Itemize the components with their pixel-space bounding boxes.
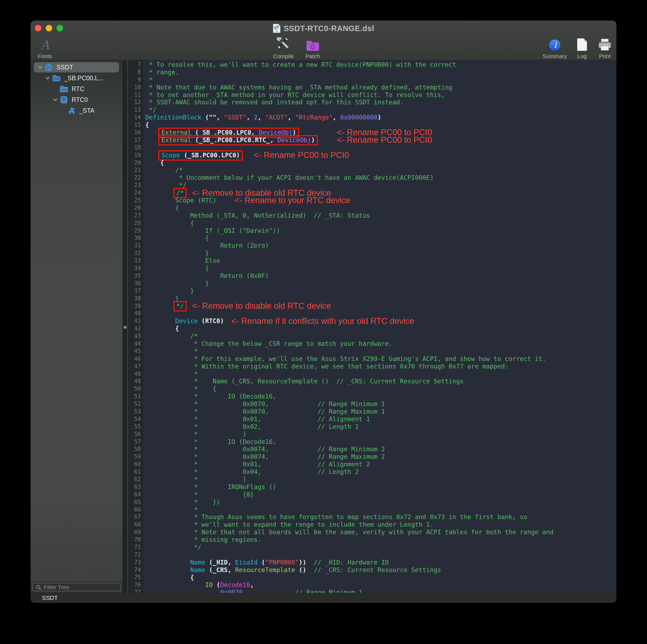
code-line: 26 {: [128, 205, 617, 212]
code-text: Name (_HID, EisaId ("PNP0B00")) // _HID:…: [145, 559, 389, 566]
line-number: 65: [128, 498, 141, 506]
drive-icon: [60, 96, 68, 104]
code-line: 53 * 0x0070, // Range Maximum 1: [128, 408, 617, 415]
filter-bar: [30, 581, 123, 593]
code-text: *: [145, 371, 198, 378]
code-text: *: [145, 506, 198, 514]
code-text: * 0x0074, // Range Maximum 2: [145, 453, 385, 461]
code-text: * Change the below _CSR range to match y…: [145, 340, 392, 348]
line-number: 35: [128, 272, 141, 280]
code-text: * {8}: [145, 491, 254, 498]
code-line: 63 * IRQNoFlags (): [128, 483, 617, 491]
line-number: 22: [128, 174, 141, 182]
sidebar-item-sbpc00l[interactable]: _SB.PC00.L...: [30, 73, 123, 84]
sidebar-item-sta[interactable]: _STA: [30, 105, 123, 116]
print-button[interactable]: Print: [595, 37, 614, 60]
code-line: 70 * missing regions.: [128, 536, 617, 544]
code-text: * ): [145, 476, 246, 483]
line-number: 71: [128, 544, 141, 551]
line-number: 11: [128, 91, 141, 99]
sidebar-item-rtc[interactable]: RTC: [30, 84, 123, 94]
summary-icon: i: [549, 37, 561, 51]
compile-button[interactable]: Compile: [271, 37, 296, 60]
code-line: 72: [128, 551, 617, 559]
svg-text:DSL: DSL: [275, 30, 279, 32]
line-number: 31: [128, 242, 141, 250]
annotation: <- Rename if it conflicts with your old …: [231, 317, 414, 325]
line-number: 29: [128, 227, 141, 235]
code-line: 27 Method (_STA, 0, NotSerialized) // _S…: [128, 212, 617, 220]
fonts-button[interactable]: A Fonts: [35, 37, 54, 60]
code-text: * Though Asus seems to have forgotten to…: [145, 513, 527, 521]
line-number: 17: [128, 137, 141, 144]
code-line: 69 * Note that not all boards will be th…: [128, 529, 617, 536]
code-line: 77 0x0070, // Range Minimum 1: [128, 589, 617, 593]
line-number: 44: [128, 340, 141, 348]
summary-button[interactable]: i Summary: [542, 37, 568, 60]
code-line: 20 {: [128, 159, 617, 167]
code-text: }: [145, 250, 209, 257]
line-number: 21: [128, 167, 141, 174]
line-number: 25: [128, 197, 141, 205]
code-line: 10 * Note that due to AWAC systems havin…: [128, 84, 617, 91]
code-text: /*: [145, 167, 183, 174]
annotation: <- Rename PC00 to PCI0: [337, 136, 432, 144]
line-number: 70: [128, 536, 141, 544]
log-button[interactable]: Log: [574, 37, 590, 60]
code-line: 24 /*<- Remove to disable old RTC device: [128, 189, 617, 197]
line-number: 66: [128, 506, 141, 514]
patch-button[interactable]: Patch: [300, 37, 325, 60]
line-number: 52: [128, 400, 141, 408]
code-line: 75 {: [128, 574, 617, 581]
code-text: Scope (RTC): [145, 197, 216, 205]
code-text: /*: [145, 189, 187, 197]
filter-tree-input[interactable]: [33, 583, 120, 591]
annotation: <- Remove to disable old RTC device: [192, 302, 331, 310]
code-line: 9 *: [128, 76, 617, 84]
code-line: 74 Name (_CRS, ResourceTemplate () // _C…: [128, 566, 617, 574]
code-area[interactable]: 7 * To resolve this, we'll want to creat…: [128, 60, 617, 593]
code-line: 8 * range.: [128, 69, 617, 76]
code-line: 39 */<- Remove to disable old RTC device: [128, 303, 617, 310]
line-number: 8: [128, 69, 141, 76]
sidebar-item-ssdt[interactable]: SSDT: [30, 62, 123, 73]
code-text: */: [145, 106, 157, 114]
code-text: Return (0x0F): [145, 272, 269, 280]
code-line: 54 * 0x01, // Alignment 1: [128, 415, 617, 423]
filter-tree-field[interactable]: [32, 583, 121, 591]
code-text: * For this example, we'll use the Asus S…: [145, 355, 546, 363]
line-number: 77: [128, 589, 141, 593]
code-line: 66 *: [128, 506, 617, 514]
code-text: */: [145, 303, 187, 310]
sidebar-resize-handle[interactable]: [123, 60, 128, 593]
code-text: * ): [145, 431, 246, 438]
code-line: 65 * }): [128, 498, 617, 506]
code-text: }: [145, 280, 209, 288]
compile-icon: [276, 37, 291, 51]
chevron-down-icon[interactable]: [52, 97, 58, 103]
line-number: 36: [128, 280, 141, 288]
line-number: 18: [128, 144, 141, 152]
sidebar-item-rtc0[interactable]: RTC0: [30, 94, 123, 105]
code-text: Name (_CRS, ResourceTemplate () // _CRS:…: [145, 566, 441, 574]
code-text: {: [145, 122, 149, 129]
code-text: * Name (_CRS, ResourceTemplate () // _CR…: [145, 378, 463, 385]
code-text: * Note that not all boards will be the s…: [145, 529, 554, 536]
line-number: 27: [128, 212, 141, 220]
code-text: Return (Zero): [145, 242, 269, 250]
line-number: 42: [128, 325, 141, 333]
line-number: 69: [128, 529, 141, 536]
line-number: 23: [128, 182, 141, 189]
tree-item-label: _STA: [79, 107, 94, 114]
tree-item-label: RTC: [72, 85, 84, 93]
code-line: 51 * IO (Decode16,: [128, 393, 617, 400]
code-text: * }): [145, 498, 220, 506]
code-text: External (_SB_.PC00.LPC0.RTC_, DeviceObj…: [145, 137, 318, 144]
window-title: DSL SSDT-RTC0-RANGE.dsl: [30, 24, 617, 33]
main-area: SSDT_SB.PC00.L...RTCRTC0_STA 7 * To reso…: [30, 60, 617, 593]
line-number: 56: [128, 431, 141, 438]
annotation: <- Rename to your RTC device: [234, 196, 350, 204]
chevron-down-icon[interactable]: [45, 75, 51, 81]
line-number: 48: [128, 371, 141, 378]
chevron-down-icon[interactable]: [37, 64, 43, 70]
